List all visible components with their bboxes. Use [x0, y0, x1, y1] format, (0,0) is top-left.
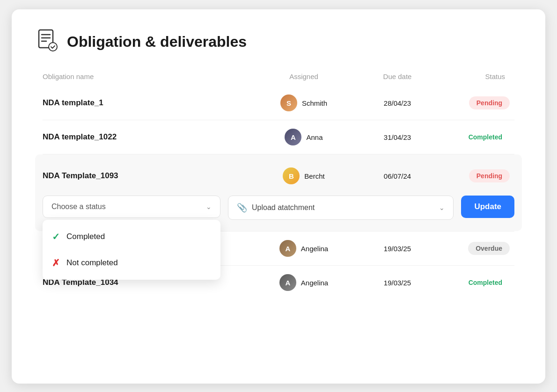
col-obligation-name: Obligation name	[43, 73, 252, 80]
chevron-down-icon: ⌄	[206, 203, 212, 211]
assigned-cell: A Anna	[252, 129, 355, 145]
page-header: Obligation & deliverables	[35, 28, 522, 56]
obligation-name: NDA Template_1093	[43, 171, 252, 181]
due-date: 28/04/23	[355, 99, 440, 107]
chevron-down-icon: ⌄	[439, 204, 445, 211]
assigned-cell: A Angelina	[252, 240, 355, 257]
table-row[interactable]: NDA template_1022 A Anna 31/04/23 Comple…	[35, 120, 522, 154]
due-date: 19/03/25	[355, 245, 440, 253]
update-button[interactable]: Update	[461, 196, 514, 218]
dropdown-item-completed[interactable]: ✓ Completed	[43, 224, 220, 250]
svg-point-4	[49, 43, 57, 51]
assigned-cell: S Schmith	[252, 94, 355, 111]
status-badge: Overdue	[468, 242, 510, 255]
paperclip-icon: 📎	[237, 203, 247, 213]
status-dropdown-menu: ✓ Completed ✗ Not completed	[43, 220, 220, 280]
status-cell: Completed	[440, 276, 514, 289]
status-cell: Pending	[440, 96, 514, 109]
x-icon: ✗	[52, 257, 60, 269]
table-row[interactable]: NDA template_1 S Schmith 28/04/23 Pendin…	[35, 86, 522, 120]
upload-label: Upload atatchment	[252, 203, 315, 212]
assigned-name: Bercht	[304, 172, 324, 180]
table-body: NDA template_1 S Schmith 28/04/23 Pendin…	[35, 86, 522, 299]
status-dropdown-wrapper: Choose a status ⌄ ✓ Completed ✗ Not comp…	[43, 196, 220, 218]
expanded-row-area: NDA Template_1093 B Bercht 06/07/24 Pend…	[35, 154, 522, 231]
col-assigned: Assigned	[252, 73, 355, 80]
page-title: Obligation & deliverables	[67, 33, 247, 51]
check-icon: ✓	[52, 231, 60, 242]
assigned-name: Schmith	[302, 99, 327, 107]
obligation-name: NDA template_1	[43, 98, 252, 108]
avatar: A	[279, 274, 296, 291]
table-row[interactable]: NDA Template_1093 B Bercht 06/07/24 Pend…	[43, 164, 514, 188]
main-card: Obligation & deliverables Obligation nam…	[12, 9, 545, 384]
status-badge: Pending	[469, 96, 510, 109]
status-dropdown-trigger[interactable]: Choose a status ⌄	[43, 196, 220, 218]
assigned-name: Angelina	[301, 245, 328, 253]
avatar: B	[283, 167, 300, 184]
status-badge: Completed	[461, 276, 510, 289]
due-date: 31/04/23	[355, 133, 440, 141]
status-badge: Completed	[461, 131, 510, 144]
table-header: Obligation name Assigned Due date Status	[35, 73, 522, 86]
avatar: A	[279, 240, 296, 257]
assigned-name: Angelina	[301, 279, 328, 287]
col-due-date: Due date	[355, 73, 440, 80]
col-status: Status	[440, 73, 514, 80]
assigned-cell: A Angelina	[252, 274, 355, 291]
status-cell: Completed	[440, 131, 514, 144]
avatar: S	[280, 94, 297, 111]
dropdown-item-label: Completed	[66, 232, 105, 241]
upload-attachment-button[interactable]: 📎 Upload atatchment ⌄	[228, 196, 454, 220]
obligation-name: NDA template_1022	[43, 132, 252, 142]
avatar: A	[285, 129, 301, 145]
status-badge: Pending	[469, 169, 510, 182]
dropdown-placeholder: Choose a status	[51, 203, 106, 211]
due-date: 06/07/24	[355, 172, 440, 180]
assigned-cell: B Bercht	[252, 167, 355, 184]
status-cell: Pending	[440, 169, 514, 182]
dropdown-item-not-completed[interactable]: ✗ Not completed	[43, 250, 220, 276]
status-cell: Overdue	[440, 242, 514, 255]
page-icon	[35, 28, 59, 56]
assigned-name: Anna	[306, 133, 322, 141]
expanded-controls: Choose a status ⌄ ✓ Completed ✗ Not comp…	[43, 196, 514, 220]
dropdown-item-label: Not completed	[66, 258, 118, 268]
due-date: 19/03/25	[355, 279, 440, 287]
